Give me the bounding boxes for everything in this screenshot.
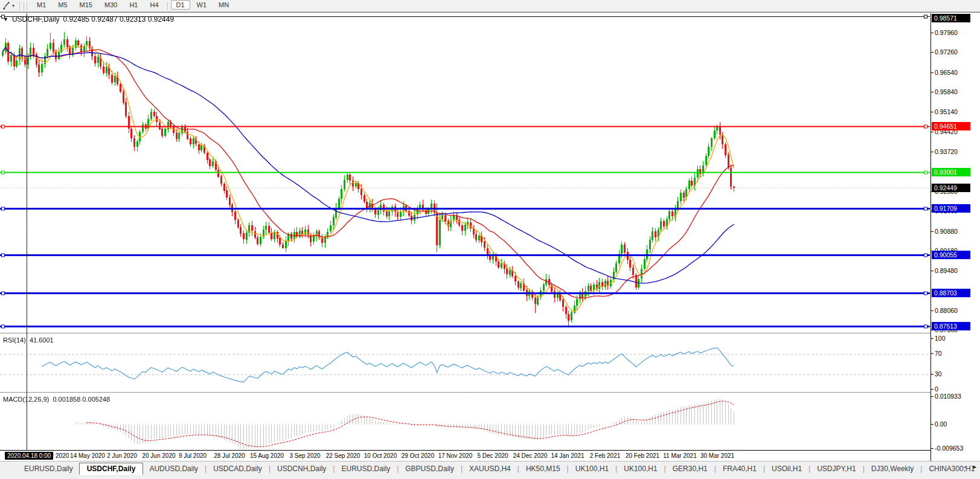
chart-tab-usoil-h1[interactable]: USOil,H1 <box>766 464 808 474</box>
macd-scale-label: 0.010933 <box>935 393 961 400</box>
chart-tab-usdchf-daily[interactable]: USDCHF,Daily <box>79 463 144 475</box>
price-tick-label: 0.90880 <box>935 228 958 235</box>
date-axis[interactable]: Apr 202014 May 20202 Jun 202020 Jun 2020… <box>0 450 930 462</box>
macd-scale-label: -0.009653 <box>935 445 963 452</box>
date-tick-label: 22 Sep 2020 <box>326 452 360 459</box>
chart-ohlc-values: 0.92485 0.92487 0.92313 0.92449 <box>63 15 175 24</box>
crosshair-cursor-icon[interactable] <box>2 1 11 10</box>
chart-symbol-title: USDCHF,Daily <box>12 15 60 24</box>
timeframe-button-h4[interactable]: H4 <box>144 0 164 10</box>
price-tick-label: 0.96540 <box>935 69 958 76</box>
macd-scale-label: 0.00 <box>935 420 947 428</box>
date-tick-label: 2 Jun 2020 <box>107 452 137 459</box>
rsi-scale-label: 70 <box>935 350 942 357</box>
toolbar-grip[interactable] <box>24 2 27 10</box>
date-tick-label: 20 Jun 2020 <box>142 452 175 459</box>
price-tick-label: 0.97260 <box>935 48 958 56</box>
top-price-badge: 0.98571 <box>932 14 970 22</box>
cursor-dropdown-icon[interactable]: ▾ <box>12 3 14 8</box>
price-tick-label: 0.97960 <box>935 29 958 36</box>
tab-scroll-left-icon[interactable]: ◄ <box>962 464 967 470</box>
price-axis[interactable]: 0.979600.972600.965400.958400.951400.944… <box>930 13 980 461</box>
rsi-scale-label: 100 <box>935 335 946 342</box>
date-tick-label: 17 Nov 2020 <box>438 452 473 459</box>
price-tick-label: 0.95140 <box>935 108 958 115</box>
current-price-badge: 0.92449 <box>932 184 970 192</box>
price-tick-label: 0.89480 <box>935 267 958 274</box>
chart-title-row: ▼ USDCHF,Daily 0.92485 0.92487 0.92313 0… <box>3 15 174 24</box>
chart-tab-audusd-daily[interactable]: AUDUSD,Daily <box>143 464 204 474</box>
mt4-terminal-window: ▾ M1M5M15M30H1H4D1W1MN ▼ USDCHF,Daily 0.… <box>0 0 980 479</box>
price-tick-label: 0.93720 <box>935 148 958 155</box>
date-tick-label: 2 Feb 2021 <box>590 452 621 459</box>
date-tick-label: 24 Dec 2020 <box>513 452 548 459</box>
date-tick-label: 3 Sep 2020 <box>289 452 320 459</box>
timeframe-button-m1[interactable]: M1 <box>31 0 51 10</box>
rsi-panel-label: RSI(14) 41.6001 <box>3 336 54 344</box>
chart-tab-usdcad-daily[interactable]: USDCAD,Daily <box>207 464 268 474</box>
macd-panel-label: MACD(12,26,9) 0.001858 0.005248 <box>3 396 110 403</box>
date-tick-label: 5 Dec 2020 <box>477 452 508 459</box>
toolbar-separator <box>19 2 20 10</box>
chart-tab-bar: EURUSD,DailyUSDCHF,DailyAUDUSD,Daily|USD… <box>0 461 980 479</box>
crosshair-date-badge: 2020.04.18 0:00 <box>5 452 53 460</box>
hline-price-badge: 0.90055 <box>932 251 970 259</box>
timeframe-button-d1[interactable]: D1 <box>171 0 190 10</box>
chart-tab-usdjpy-h1[interactable]: USDJPY,H1 <box>811 464 862 474</box>
date-tick-label: 11 Mar 2021 <box>663 452 696 459</box>
price-tick-label: 0.88060 <box>935 307 958 314</box>
timeframe-toolbar: ▾ M1M5M15M30H1H4D1W1MN <box>0 0 980 12</box>
chart-tabs: EURUSD,DailyUSDCHF,DailyAUDUSD,Daily|USD… <box>18 463 980 475</box>
chart-tab-gbpusd-daily[interactable]: GBPUSD,Daily <box>399 464 460 474</box>
chart-window: ▼ USDCHF,Daily 0.92485 0.92487 0.92313 0… <box>0 12 980 461</box>
chart-tab-usdcnh-daily[interactable]: USDCNH,Daily <box>271 464 332 474</box>
hline-price-badge: 0.87513 <box>932 322 970 330</box>
timeframe-button-m5[interactable]: M5 <box>53 0 72 10</box>
timeframe-button-m15[interactable]: M15 <box>74 0 98 10</box>
chart-tab-dj30-weekly[interactable]: DJ30,Weekly <box>865 464 920 474</box>
rsi-scale-label: 30 <box>935 370 942 378</box>
hline-price-badge: 0.88703 <box>932 289 970 297</box>
timeframe-button-m30[interactable]: M30 <box>99 0 123 10</box>
rsi-indicator-name: RSI(14) <box>3 336 26 344</box>
date-tick-label: 14 Jan 2021 <box>551 452 584 459</box>
toolbar-separator <box>167 2 168 10</box>
date-tick-label: 14 May 2020 <box>70 452 105 459</box>
date-tick-label: 28 Jul 2020 <box>214 452 245 459</box>
chart-tab-uk100-h1[interactable]: UK100,H1 <box>618 464 663 474</box>
hline-price-badge: 0.93001 <box>932 168 970 176</box>
date-tick-label: 29 Oct 2020 <box>402 452 434 459</box>
price-tick-label: 0.95840 <box>935 88 958 95</box>
rsi-indicator-value: 41.6001 <box>30 336 54 344</box>
timeframe-button-mn[interactable]: MN <box>213 0 234 10</box>
chart-tab-eurusd-daily[interactable]: EURUSD,Daily <box>335 464 396 474</box>
macd-indicator-name: MACD(12,26,9) <box>3 396 49 403</box>
chart-tab-ger30-h1[interactable]: GER30,H1 <box>667 464 714 474</box>
tab-scroll-arrows: ◄ ► <box>962 464 978 470</box>
chart-tab-uk100-h1[interactable]: UK100,H1 <box>569 464 615 474</box>
date-tick-label: 15 Aug 2020 <box>250 452 284 459</box>
timeframe-button-h1[interactable]: H1 <box>124 0 143 10</box>
hline-price-badge: 0.91709 <box>932 204 970 213</box>
rsi-scale-label: 0 <box>935 385 938 393</box>
tab-scroll-right-icon[interactable]: ► <box>972 464 978 470</box>
date-tick-label: 10 Oct 2020 <box>364 452 397 459</box>
date-tick-label: 30 Mar 2021 <box>700 452 734 459</box>
price-chart-canvas[interactable] <box>0 13 930 450</box>
chart-tab-fra40-h1[interactable]: FRA40,H1 <box>717 464 763 474</box>
date-tick-label: 9 Jul 2020 <box>179 452 207 459</box>
timeframe-buttons: M1M5M15M30H1H4D1W1MN <box>31 1 235 10</box>
chart-tab-eurusd-daily[interactable]: EURUSD,Daily <box>18 464 79 474</box>
macd-indicator-value: 0.001858 0.005248 <box>53 396 110 403</box>
chart-tab-hk50-m15[interactable]: HK50,M15 <box>520 464 566 474</box>
timeframe-button-w1[interactable]: W1 <box>191 0 213 10</box>
hline-price-badge: 0.94651 <box>932 122 970 130</box>
chart-tab-xauusd-h4[interactable]: XAUUSD,H4 <box>463 464 517 474</box>
date-tick-label: 20 Feb 2021 <box>626 452 659 459</box>
symbol-dropdown-icon[interactable]: ▼ <box>3 16 8 22</box>
